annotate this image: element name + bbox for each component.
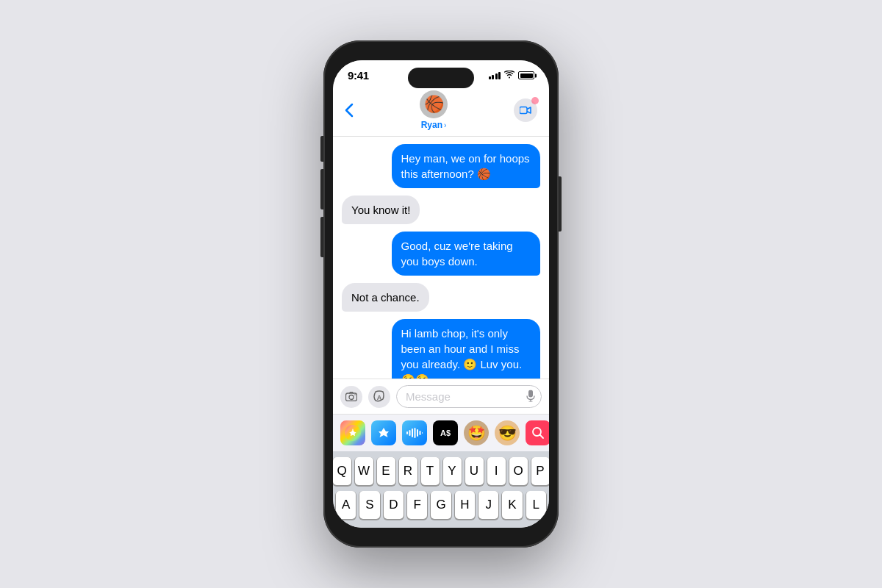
nav-bar: 🏀 Ryan › xyxy=(333,86,549,137)
key-o[interactable]: O xyxy=(509,457,528,485)
key-q[interactable]: Q xyxy=(333,457,351,485)
input-bar: A Message xyxy=(333,379,549,414)
audio-messages-button[interactable] xyxy=(402,420,427,445)
search-button[interactable] xyxy=(526,420,549,445)
memoji-1-emoji: 🤩 xyxy=(467,424,486,442)
signal-bar-2 xyxy=(492,75,494,79)
svg-rect-5 xyxy=(528,390,533,397)
keyboard: Q W E R T Y U I O P A S D F G H J K L xyxy=(333,451,549,528)
notification-dot xyxy=(531,97,539,104)
key-l[interactable]: L xyxy=(526,491,546,519)
apps-button[interactable]: A xyxy=(368,386,390,408)
memoji-1-button[interactable]: 🤩 xyxy=(464,420,489,445)
keyboard-row-2: A S D F G H J K L xyxy=(336,491,546,519)
status-time: 9:41 xyxy=(348,69,369,82)
message-row-1: Hey man, we on for hoops this afternoon?… xyxy=(342,144,540,188)
app-store-icon xyxy=(376,426,391,440)
memoji-2-button[interactable]: 😎 xyxy=(495,420,520,445)
key-k[interactable]: K xyxy=(502,491,522,519)
key-u[interactable]: U xyxy=(465,457,484,485)
volume-down-button[interactable] xyxy=(320,217,323,257)
apple-cash-label: A$ xyxy=(440,429,451,437)
key-h[interactable]: H xyxy=(455,491,475,519)
status-icons xyxy=(489,71,535,81)
message-input[interactable]: Message xyxy=(396,385,542,408)
svg-line-18 xyxy=(540,435,544,439)
video-icon xyxy=(520,106,531,115)
svg-rect-13 xyxy=(415,428,416,438)
svg-rect-0 xyxy=(520,107,527,114)
messages-area: Hey man, we on for hoops this afternoon?… xyxy=(333,137,549,379)
contact-chevron-icon: › xyxy=(444,121,446,129)
video-call-button[interactable] xyxy=(514,98,537,122)
contact-name: Ryan xyxy=(421,120,442,130)
signal-icon xyxy=(489,72,501,79)
contact-info[interactable]: 🏀 Ryan › xyxy=(420,90,448,130)
key-p[interactable]: P xyxy=(531,457,550,485)
back-button[interactable] xyxy=(345,103,354,118)
svg-point-2 xyxy=(349,395,354,400)
key-e[interactable]: E xyxy=(377,457,395,485)
wifi-icon xyxy=(504,71,514,81)
power-button[interactable] xyxy=(559,176,562,232)
status-bar: 9:41 xyxy=(333,60,549,86)
battery-icon xyxy=(518,71,534,79)
camera-icon xyxy=(345,392,357,401)
app-drawer: A$ 🤩 😎 xyxy=(333,414,549,451)
message-bubble-4: Not a chance. xyxy=(342,283,429,312)
key-t[interactable]: T xyxy=(421,457,440,485)
contact-name-row: Ryan › xyxy=(421,120,447,130)
message-bubble-5: Hi lamb chop, it's only been an hour and… xyxy=(392,319,541,379)
apple-cash-button[interactable]: A$ xyxy=(433,420,458,445)
message-row-2: You know it! xyxy=(342,196,540,224)
key-s[interactable]: S xyxy=(359,491,379,519)
phone-frame: 9:41 xyxy=(323,40,559,548)
signal-bar-3 xyxy=(495,74,498,79)
apps-icon: A xyxy=(373,390,386,404)
svg-rect-16 xyxy=(422,432,423,434)
key-d[interactable]: D xyxy=(384,491,404,519)
dynamic-island xyxy=(408,68,474,88)
memoji-2-emoji: 😎 xyxy=(498,424,517,442)
photos-app-button[interactable] xyxy=(340,420,365,445)
battery-fill xyxy=(520,74,533,78)
key-w[interactable]: W xyxy=(355,457,373,485)
message-placeholder: Message xyxy=(406,390,451,403)
message-bubble-2: You know it! xyxy=(342,196,420,224)
message-row-3: Good, cuz we're taking you boys down. xyxy=(342,232,540,276)
volume-up-button[interactable] xyxy=(320,169,323,209)
key-a[interactable]: A xyxy=(336,491,356,519)
svg-rect-11 xyxy=(409,430,411,436)
key-y[interactable]: Y xyxy=(443,457,462,485)
svg-point-3 xyxy=(354,394,356,395)
camera-button[interactable] xyxy=(340,386,362,408)
signal-bar-1 xyxy=(489,76,491,79)
key-r[interactable]: R xyxy=(399,457,417,485)
message-row-5: Hi lamb chop, it's only been an hour and… xyxy=(342,319,540,379)
key-i[interactable]: I xyxy=(487,457,506,485)
app-store-button[interactable] xyxy=(371,420,396,445)
audio-icon xyxy=(406,428,423,438)
phone-screen: 9:41 xyxy=(333,60,549,528)
key-j[interactable]: J xyxy=(478,491,498,519)
contact-avatar: 🏀 xyxy=(420,90,448,118)
message-row-4: Not a chance. xyxy=(342,283,540,312)
key-f[interactable]: F xyxy=(407,491,427,519)
signal-bar-4 xyxy=(498,72,501,79)
svg-rect-15 xyxy=(420,431,421,435)
svg-rect-12 xyxy=(412,429,413,437)
key-g[interactable]: G xyxy=(431,491,451,519)
svg-rect-10 xyxy=(406,431,408,434)
mic-icon xyxy=(526,390,535,404)
svg-rect-14 xyxy=(417,429,418,437)
message-bubble-1: Hey man, we on for hoops this afternoon?… xyxy=(392,144,541,188)
search-icon xyxy=(531,426,545,440)
keyboard-row-1: Q W E R T Y U I O P xyxy=(336,457,546,485)
svg-text:A: A xyxy=(377,394,382,401)
message-bubble-3: Good, cuz we're taking you boys down. xyxy=(392,232,541,276)
